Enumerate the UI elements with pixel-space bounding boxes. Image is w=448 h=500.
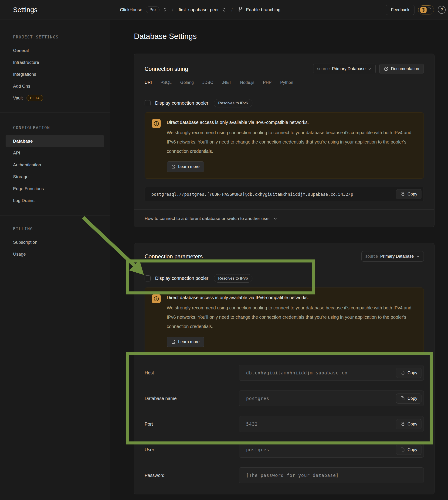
sidebar-item-label: Authentication bbox=[13, 162, 41, 167]
copy-icon bbox=[400, 192, 405, 196]
documentation-button[interactable]: Documentation bbox=[379, 64, 424, 74]
tab-dotnet[interactable]: .NET bbox=[222, 80, 231, 89]
help-button[interactable]: ? bbox=[438, 6, 446, 14]
sidebar-item-vault[interactable]: Vault BETA bbox=[0, 92, 110, 104]
settings-sidebar: PROJECT SETTINGS General Infrastructure … bbox=[0, 20, 110, 500]
sidebar-item-integrations[interactable]: Integrations bbox=[0, 68, 110, 80]
breadcrumb-project[interactable]: first_supabase_peer bbox=[179, 7, 219, 12]
tab-jdbc[interactable]: JDBC bbox=[202, 80, 213, 89]
warning-title: Direct database access is only available… bbox=[167, 119, 416, 126]
ipv6-warning-box: ! Direct database access is only availab… bbox=[144, 112, 424, 179]
external-link-icon bbox=[171, 340, 176, 344]
field-label: Port bbox=[144, 421, 239, 427]
password-input[interactable]: [The password for your database] bbox=[239, 467, 424, 483]
chevron-down-icon bbox=[273, 217, 277, 221]
tab-golang[interactable]: Golang bbox=[180, 80, 194, 89]
learn-more-button[interactable]: Learn more bbox=[167, 162, 204, 172]
tab-nodejs[interactable]: Node.js bbox=[240, 80, 254, 89]
sidebar-item-edge-functions[interactable]: Edge Functions bbox=[0, 183, 110, 195]
copy-button[interactable]: Copy bbox=[396, 394, 421, 403]
sidebar-section-billing: BILLING Subscription Usage bbox=[0, 215, 110, 268]
source-select-value: Primary Database bbox=[332, 67, 366, 71]
org-selector-chevrons-icon[interactable] bbox=[163, 7, 167, 12]
sidebar-item-log-drains[interactable]: Log Drains bbox=[0, 195, 110, 206]
breadcrumb: ClickHouse Pro / first_supabase_peer / E… bbox=[110, 0, 448, 19]
page-title: Database Settings bbox=[134, 32, 197, 41]
port-input[interactable]: 5432 Copy bbox=[239, 416, 424, 432]
sidebar-item-label: Usage bbox=[13, 252, 26, 257]
sidebar-item-database[interactable]: Database bbox=[6, 135, 104, 147]
warning-icon: ! bbox=[152, 294, 161, 303]
source-select[interactable]: source Primary Database bbox=[361, 251, 424, 262]
field-value: 5432 bbox=[246, 421, 396, 427]
tab-php[interactable]: PHP bbox=[263, 80, 272, 89]
database-name-input[interactable]: postgres Copy bbox=[239, 390, 424, 406]
copy-button[interactable]: Copy bbox=[396, 189, 421, 199]
resolves-to-ipv6-badge: Resolves to IPv6 bbox=[214, 274, 252, 283]
connection-uri-field[interactable]: postgresql://postgres:[YOUR-PASSWORD]@db… bbox=[144, 187, 424, 201]
field-row-password: Password [The password for your database… bbox=[144, 467, 424, 483]
topbar-actions: Feedback ! ? bbox=[386, 5, 447, 15]
sidebar-item-storage[interactable]: Storage bbox=[0, 171, 110, 183]
host-input[interactable]: db.cxhygiuitamxhniiddjm.supabase.co Copy bbox=[239, 365, 424, 381]
copy-button-label: Copy bbox=[407, 192, 417, 197]
learn-more-label: Learn more bbox=[178, 339, 200, 344]
pooler-label: Display connection pooler bbox=[155, 276, 208, 281]
field-row-port: Port 5432 Copy bbox=[144, 416, 424, 432]
external-link-icon bbox=[384, 67, 388, 71]
display-connection-pooler-checkbox[interactable] bbox=[144, 275, 151, 282]
breadcrumb-org[interactable]: ClickHouse bbox=[120, 7, 142, 12]
connection-string-title: Connection string bbox=[144, 66, 188, 72]
copy-icon bbox=[400, 422, 405, 426]
changelog-file-icon bbox=[427, 7, 432, 13]
sidebar-item-subscription[interactable]: Subscription bbox=[0, 236, 110, 248]
copy-button[interactable]: Copy bbox=[396, 419, 421, 429]
tab-uri[interactable]: URI bbox=[144, 80, 152, 89]
main-content: Database Settings Connection string sour… bbox=[110, 20, 448, 500]
copy-button-label: Copy bbox=[407, 370, 417, 375]
warning-title: Direct database access is only available… bbox=[167, 294, 416, 301]
sidebar-item-usage[interactable]: Usage bbox=[0, 248, 110, 260]
connection-uri-value: postgresql://postgres:[YOUR-PASSWORD]@db… bbox=[151, 192, 396, 197]
copy-button[interactable]: Copy bbox=[396, 445, 421, 455]
connection-parameters-title: Connection parameters bbox=[144, 253, 203, 260]
connect-help-toggle[interactable]: How to connect to a different database o… bbox=[134, 209, 434, 227]
feedback-button[interactable]: Feedback bbox=[386, 5, 415, 15]
display-connection-pooler-checkbox[interactable] bbox=[144, 100, 151, 106]
enable-branching-button[interactable]: Enable branching bbox=[238, 7, 280, 13]
sidebar-item-api[interactable]: API bbox=[0, 147, 110, 159]
copy-button-label: Copy bbox=[407, 396, 417, 401]
sidebar-section-project-settings: PROJECT SETTINGS General Infrastructure … bbox=[0, 20, 110, 112]
sidebar-item-label: Add Ons bbox=[13, 84, 30, 89]
tab-python[interactable]: Python bbox=[280, 80, 293, 89]
sidebar-item-infrastructure[interactable]: Infrastructure bbox=[0, 56, 110, 68]
user-input[interactable]: postgres Copy bbox=[239, 442, 424, 458]
enable-branching-label: Enable branching bbox=[246, 7, 280, 12]
source-select-value: Primary Database bbox=[380, 254, 414, 259]
sidebar-item-general[interactable]: General bbox=[0, 45, 110, 56]
pooler-label: Display connection pooler bbox=[155, 100, 208, 106]
top-bar: Settings ClickHouse Pro / first_supabase… bbox=[0, 0, 448, 20]
learn-more-button[interactable]: Learn more bbox=[167, 337, 204, 347]
sidebar-section-title: PROJECT SETTINGS bbox=[0, 35, 110, 39]
copy-button-label: Copy bbox=[407, 422, 417, 427]
sidebar-item-add-ons[interactable]: Add Ons bbox=[0, 80, 110, 92]
sidebar-section-title: BILLING bbox=[0, 226, 110, 231]
tab-psql[interactable]: PSQL bbox=[160, 80, 172, 89]
sidebar-item-label: API bbox=[13, 150, 20, 156]
alert-badge-icon: ! bbox=[420, 7, 427, 13]
source-select-label: source bbox=[365, 254, 378, 259]
project-selector-chevrons-icon[interactable] bbox=[222, 7, 226, 12]
sidebar-item-authentication[interactable]: Authentication bbox=[0, 159, 110, 171]
warning-body: We strongly recommend using connection p… bbox=[167, 303, 416, 331]
copy-button[interactable]: Copy bbox=[396, 368, 421, 378]
beta-badge: BETA bbox=[27, 95, 43, 101]
source-select[interactable]: source Primary Database bbox=[313, 64, 376, 74]
notifications-button[interactable]: ! bbox=[418, 5, 434, 15]
resolves-to-ipv6-badge: Resolves to IPv6 bbox=[214, 99, 252, 107]
copy-icon bbox=[400, 447, 405, 452]
field-row-host: Host db.cxhygiuitamxhniiddjm.supabase.co… bbox=[144, 365, 424, 381]
copy-icon bbox=[400, 370, 405, 375]
external-link-icon bbox=[171, 165, 176, 169]
sidebar-item-label: Subscription bbox=[13, 240, 37, 245]
